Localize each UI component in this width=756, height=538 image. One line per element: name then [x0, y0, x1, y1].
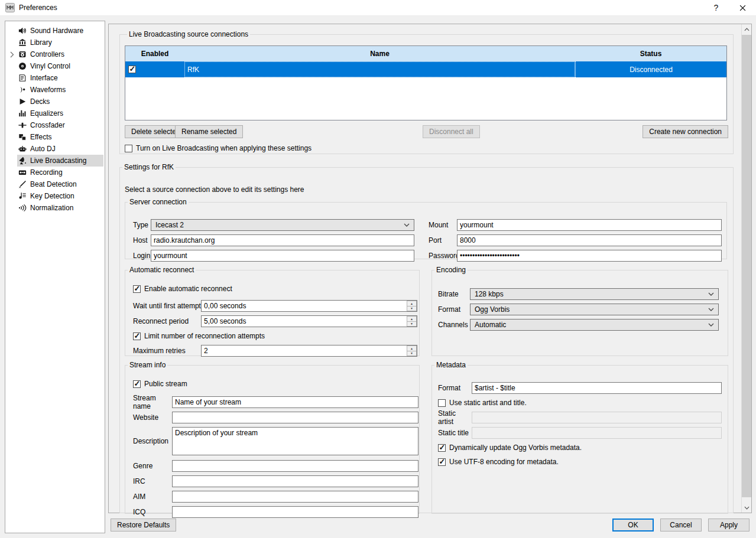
expand-chevron-icon[interactable] [8, 51, 15, 58]
scrollbar-thumb[interactable] [742, 35, 751, 497]
equalizer-icon [17, 109, 27, 118]
sidebar-item-vinyl-control[interactable]: Vinyl Control [17, 60, 103, 72]
static-title-label: Static title [438, 429, 472, 437]
spin-up-icon[interactable]: ▲ [407, 345, 417, 351]
help-button[interactable]: ? [703, 0, 729, 15]
format-select[interactable]: Ogg Vorbis [470, 304, 719, 315]
irc-input[interactable] [172, 475, 418, 487]
spin-down-icon[interactable]: ▼ [407, 307, 417, 312]
restore-defaults-button[interactable]: Restore Defaults [111, 519, 176, 532]
wait-until-first-attempt-spinbox[interactable]: ▲ ▼ [201, 300, 417, 312]
utf8-metadata-checkbox[interactable]: Use UTF-8 encoding for metadata. [438, 458, 559, 466]
spin-down-icon[interactable]: ▼ [407, 322, 417, 327]
row-enabled-checkbox[interactable] [128, 66, 136, 73]
mount-input[interactable] [457, 219, 722, 231]
cassette-icon [17, 168, 27, 177]
description-textarea[interactable]: Description of your stream [172, 427, 418, 455]
host-input[interactable] [151, 234, 414, 246]
turn-on-broadcasting-checkbox[interactable]: Turn on Live Broadcasting when applying … [125, 144, 728, 152]
sidebar-item-beat-detection[interactable]: Beat Detection [17, 178, 103, 190]
checkbox-box[interactable] [133, 332, 141, 340]
password-input[interactable] [457, 250, 722, 262]
spin-input[interactable] [202, 301, 407, 311]
sidebar-item-label: Normalization [30, 204, 73, 212]
use-static-artist-title-checkbox[interactable]: Use static artist and title. [438, 399, 527, 407]
spin-up-icon[interactable]: ▲ [407, 301, 417, 307]
metadata-format-input[interactable] [472, 382, 722, 394]
title-bar[interactable]: Preferences ? [0, 0, 756, 16]
spin-up-icon[interactable]: ▲ [407, 316, 417, 322]
checkbox-box[interactable] [125, 145, 132, 152]
channels-label: Channels [438, 321, 470, 329]
sidebar-item-interface[interactable]: Interface [17, 72, 103, 84]
apply-button[interactable]: Apply [708, 519, 749, 532]
sidebar-item-label: Interface [30, 74, 58, 82]
sidebar-item-key-detection[interactable]: Key Detection [17, 190, 103, 202]
checkbox-box[interactable] [438, 458, 446, 466]
name-cell[interactable]: RfK [184, 61, 575, 77]
scroll-up-icon[interactable] [742, 24, 751, 34]
enabled-cell[interactable] [125, 61, 184, 77]
column-header-name[interactable]: Name [184, 46, 575, 61]
sidebar-item-decks[interactable]: Decks [17, 96, 103, 107]
website-input[interactable] [172, 412, 418, 423]
limit-reconnection-attempts-checkbox[interactable]: Limit number of reconnection attempts [133, 332, 265, 340]
checkbox-box[interactable] [133, 285, 141, 293]
group-title: Server connection [128, 198, 189, 206]
sidebar-item-label: Auto DJ [30, 145, 56, 153]
type-select[interactable]: Icecast 2 [151, 219, 414, 231]
checkbox-box[interactable] [438, 444, 446, 452]
sidebar-item-equalizers[interactable]: Equalizers [17, 107, 103, 119]
checkbox-box[interactable] [438, 399, 446, 407]
aim-input[interactable] [172, 491, 418, 503]
sidebar-item-effects[interactable]: Effects [17, 131, 103, 143]
maximum-retries-label: Maximum retries [133, 347, 201, 355]
close-button[interactable] [729, 0, 756, 15]
sidebar-item-live-broadcasting[interactable]: Live Broadcasting [17, 155, 103, 167]
stream-name-input[interactable] [172, 396, 418, 408]
spin-input[interactable] [202, 345, 407, 356]
disconnect-all-button[interactable]: Disconnect all [423, 125, 480, 138]
sidebar-item-crossfader[interactable]: Crossfader [17, 119, 103, 131]
spin-input[interactable] [202, 316, 407, 327]
sidebar-item-waveforms[interactable]: Waveforms [17, 84, 103, 96]
bitrate-select[interactable]: 128 kbps [470, 288, 719, 300]
spin-down-icon[interactable]: ▼ [407, 351, 417, 357]
status-cell[interactable]: Disconnected [575, 61, 726, 77]
sidebar-item-label: Library [30, 38, 52, 47]
table-row[interactable]: RfK Disconnected [125, 61, 726, 77]
sidebar-item-auto-dj[interactable]: Auto DJ [17, 143, 103, 155]
enable-automatic-reconnect-checkbox[interactable]: Enable automatic reconnect [133, 285, 232, 293]
scroll-down-icon[interactable] [742, 503, 751, 513]
sidebar-item-label: Beat Detection [30, 180, 77, 188]
window-title: Preferences [19, 4, 57, 12]
maximum-retries-spinbox[interactable]: ▲ ▼ [201, 345, 417, 357]
vertical-scrollbar[interactable] [741, 24, 751, 513]
group-title: Stream info [128, 361, 167, 369]
port-input[interactable] [457, 234, 722, 246]
sidebar-item-recording[interactable]: Recording [17, 167, 103, 178]
sidebar-item-normalization[interactable]: Normalization [17, 202, 103, 214]
rename-selected-button[interactable]: Rename selected [175, 125, 243, 138]
sidebar-item-label: Key Detection [30, 192, 74, 200]
checkbox-box[interactable] [133, 380, 141, 388]
irc-label: IRC [133, 477, 172, 485]
genre-input[interactable] [172, 460, 418, 472]
sidebar-item-sound-hardware[interactable]: Sound Hardware [17, 25, 103, 37]
settings-panel: Live Broadcasting source connections Ena… [108, 24, 752, 513]
column-header-enabled[interactable]: Enabled [125, 46, 184, 61]
create-new-connection-button[interactable]: Create new connection [643, 125, 728, 138]
cancel-button[interactable]: Cancel [660, 519, 702, 532]
public-stream-checkbox[interactable]: Public stream [133, 380, 187, 388]
column-header-status[interactable]: Status [575, 46, 726, 61]
dynamically-update-metadata-checkbox[interactable]: Dynamically update Ogg Vorbis metadata. [438, 444, 582, 452]
reconnect-period-spinbox[interactable]: ▲ ▼ [201, 315, 417, 327]
description-label: Description [133, 437, 172, 445]
chevron-down-icon [404, 223, 410, 227]
login-input[interactable] [151, 250, 414, 262]
ok-button[interactable]: OK [612, 519, 654, 532]
sidebar-item-controllers[interactable]: Controllers [17, 48, 103, 60]
icq-input[interactable] [172, 506, 418, 518]
sidebar-item-library[interactable]: Library [17, 37, 103, 48]
channels-select[interactable]: Automatic [470, 319, 719, 331]
